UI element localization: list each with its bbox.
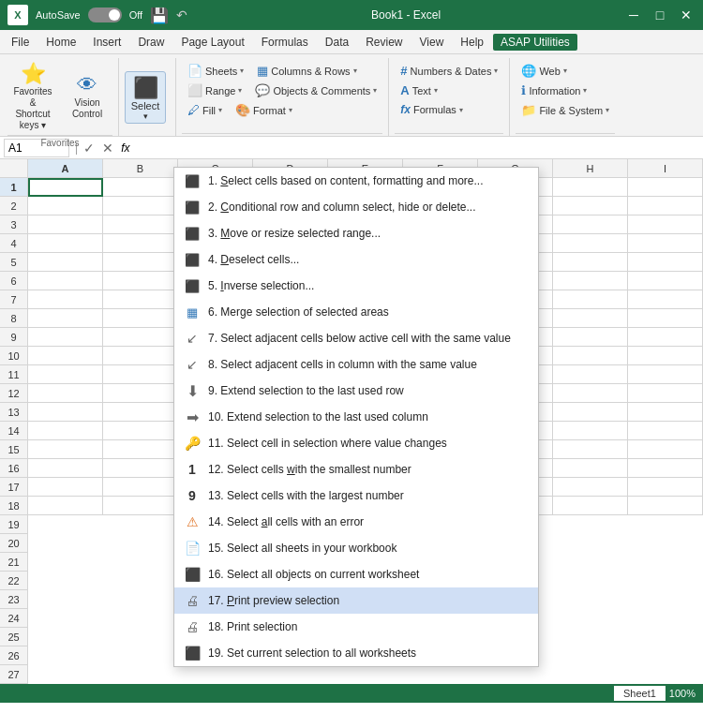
row-header-1[interactable]: 1 [0,178,27,197]
dropdown-item-8[interactable]: ↙ 8. Select adjacent cells in column wit… [174,351,538,378]
row-header-21[interactable]: 21 [0,553,27,572]
dropdown-item-17[interactable]: 🖨 17. Print preview selection [174,587,538,614]
dropdown-item-5[interactable]: ⬛ 5. Inverse selection... [174,273,538,299]
menu-home[interactable]: Home [38,34,83,51]
row-header-23[interactable]: 23 [0,590,27,609]
row-header-15[interactable]: 15 [0,440,27,459]
cell-A1[interactable] [28,178,103,197]
row-header-20[interactable]: 20 [0,534,27,553]
columns-rows-button[interactable]: ▦ Columns & Rows▾ [251,62,362,80]
menu-data[interactable]: Data [318,34,356,51]
dropdown-item-3[interactable]: ⬛ 3. Move or resize selected range... [174,220,538,246]
dropdown-item-12[interactable]: 1 12. Select cells with the smallest num… [174,456,538,483]
row-header-14[interactable]: 14 [0,422,27,440]
favorites-shortcut-button[interactable]: ⭐ Favorites &Shortcut keys ▾ [7,58,58,133]
formula-input[interactable] [133,141,699,155]
autosave-toggle[interactable] [88,7,122,22]
fill-icon: 🖊 [187,103,200,117]
objects-comments-button[interactable]: 💬 Objects & Comments▾ [249,82,382,99]
row-header-26[interactable]: 26 [0,646,27,665]
row-header-16[interactable]: 16 [0,459,27,478]
row-header-12[interactable]: 12 [0,384,27,403]
vision-icon: 👁 [77,73,97,97]
dropdown-item-2[interactable]: ⬛ 2. Conditional row and column select, … [174,194,538,220]
row-header-22[interactable]: 22 [0,572,27,590]
text-button[interactable]: A Text▾ [395,82,443,99]
ribbon: ⭐ Favorites &Shortcut keys ▾ 👁 VisionCon… [0,54,703,137]
dropdown-item-4[interactable]: ⬛ 4. Deselect cells... [174,246,538,273]
dropdown-item-9[interactable]: ⬇ 9. Extend selection to the last used r… [174,378,538,404]
menu-file[interactable]: File [4,34,37,51]
row-header-4[interactable]: 4 [0,234,27,253]
menu-page-layout[interactable]: Page Layout [173,34,251,51]
menu-view[interactable]: View [412,34,452,51]
row-header-7[interactable]: 7 [0,290,27,309]
col-header-H[interactable]: H [553,159,628,177]
menu-draw[interactable]: Draw [130,34,172,51]
numbers-dates-button[interactable]: # Numbers & Dates▾ [395,62,503,80]
dropdown-item-14[interactable]: ⚠ 14. Select all cells with an error [174,509,538,535]
dropdown-item-1[interactable]: ⬛ 1. Select cells based on content, form… [174,168,538,194]
dropdown-item-18[interactable]: 🖨 18. Print selection [174,614,538,640]
dropdown-item-16[interactable]: ⬛ 16. Select all objects on current work… [174,561,538,587]
select-button[interactable]: ⬛ Select ▾ [125,71,166,124]
window-close[interactable]: ✕ [677,6,696,24]
cell-A2[interactable] [28,197,103,215]
undo-icon[interactable]: ↶ [176,7,187,22]
row-header-8[interactable]: 8 [0,309,27,328]
menu-formulas[interactable]: Formulas [254,34,316,51]
zoom-level: 100% [669,688,696,699]
dropdown-item-19[interactable]: ⬛ 19. Set current selection to all works… [174,640,538,666]
row-header-6[interactable]: 6 [0,272,27,290]
window-minimize[interactable]: ─ [624,6,643,24]
fill-button[interactable]: 🖊 Fill▾ [182,101,228,119]
row-header-3[interactable]: 3 [0,215,27,234]
row-header-11[interactable]: 11 [0,365,27,384]
save-icon[interactable]: 💾 [150,7,169,24]
row-header-19[interactable]: 19 [0,515,27,534]
row-header-5[interactable]: 5 [0,253,27,272]
format-button[interactable]: 🎨 Format▾ [230,101,298,119]
information-button[interactable]: ℹ Information▾ [516,82,592,99]
ribbon-group-text: # Numbers & Dates▾ A Text▾ fx Formulas▾ [391,58,510,136]
dropdown-item-10[interactable]: ➡ 10. Extend selection to the last used … [174,404,538,430]
row-header-17[interactable]: 17 [0,478,27,497]
cell-B1[interactable] [103,178,178,197]
col-header-B[interactable]: B [103,159,178,177]
dropdown-item-7[interactable]: ↙ 7. Select adjacent cells below active … [174,325,538,351]
toggle-state: Off [129,9,142,21]
menu-asap[interactable]: ASAP Utilities [493,34,577,51]
item-19-icon: ⬛ [184,645,201,661]
favorites-group-label: Favorites [7,135,112,148]
file-system-button[interactable]: 📁 File & System▾ [516,101,615,119]
dropdown-item-13[interactable]: 9 13. Select cells with the largest numb… [174,483,538,509]
window-restore[interactable]: □ [651,6,669,24]
vision-control-button[interactable]: 👁 VisionControl [62,69,112,122]
menu-help[interactable]: Help [453,34,491,51]
web-button[interactable]: 🌐 Web▾ [516,62,572,80]
row-header-24[interactable]: 24 [0,609,27,628]
row-header-18[interactable]: 18 [0,497,27,515]
range-button[interactable]: ⬜ Range▾ [182,82,247,99]
col-header-I[interactable]: I [628,159,703,177]
row-header-10[interactable]: 10 [0,347,27,365]
sheets-button[interactable]: 📄 Sheets▾ [182,62,249,80]
menu-review[interactable]: Review [358,34,410,51]
dropdown-item-11[interactable]: 🔑 11. Select cell in selection where val… [174,430,538,456]
cell-H1[interactable] [553,178,628,197]
sheet-tab[interactable]: Sheet1 [614,686,666,701]
col-header-A[interactable]: A [28,159,103,177]
row-header-25[interactable]: 25 [0,628,27,646]
select-dropdown-menu: ⬛ 1. Select cells based on content, form… [173,167,539,667]
dropdown-item-15[interactable]: 📄 15. Select all sheets in your workbook [174,535,538,561]
corner-cell [0,159,28,177]
dropdown-item-6[interactable]: ▦ 6. Merge selection of selected areas [174,299,538,325]
row-header-13[interactable]: 13 [0,403,27,422]
row-header-9[interactable]: 9 [0,328,27,347]
item-12-icon: 1 [184,461,201,478]
menu-insert[interactable]: Insert [85,34,128,51]
cell-I1[interactable] [628,178,703,197]
formulas-button[interactable]: fx Formulas▾ [395,101,469,118]
row-header-2[interactable]: 2 [0,197,27,215]
row-header-27[interactable]: 27 [0,665,27,684]
